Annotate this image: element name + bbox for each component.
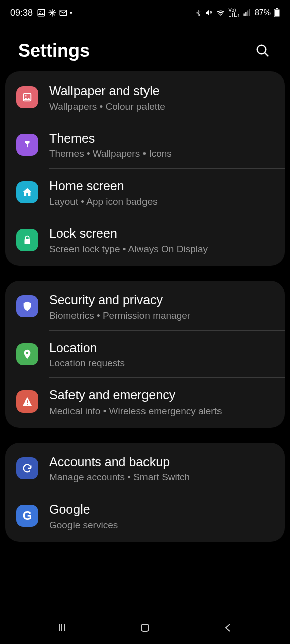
item-title: Themes	[49, 130, 274, 147]
svg-rect-18	[27, 400, 28, 403]
lock-icon	[16, 229, 38, 251]
home-button[interactable]	[130, 618, 160, 638]
svg-rect-8	[249, 9, 250, 16]
item-title: Location	[49, 340, 274, 356]
item-subtitle: Medical info • Wireless emergency alerts	[49, 406, 274, 417]
volte-icon: Vo)LTE↑	[228, 8, 240, 18]
gmail-icon	[59, 8, 68, 17]
item-lock-screen[interactable]: Lock screen Screen lock type • Always On…	[5, 216, 285, 264]
svg-point-1	[40, 11, 41, 12]
search-icon	[255, 43, 270, 58]
svg-point-12	[257, 45, 266, 54]
google-icon: G	[16, 505, 38, 527]
status-left: 09:38 •	[10, 8, 72, 18]
recents-icon	[56, 622, 68, 634]
svg-rect-6	[245, 12, 246, 16]
location-icon	[16, 343, 38, 365]
item-title: Wallpaper and style	[49, 83, 274, 99]
mute-icon	[205, 9, 213, 17]
svg-rect-10	[276, 8, 278, 9]
item-title: Lock screen	[49, 225, 274, 242]
bluetooth-icon	[195, 9, 202, 16]
item-themes[interactable]: Themes Themes • Wallpapers • Icons	[5, 121, 285, 169]
item-subtitle: Screen lock type • Always On Display	[49, 244, 274, 255]
wallpaper-icon	[16, 86, 38, 108]
back-icon	[222, 622, 234, 634]
svg-rect-16	[25, 239, 30, 244]
item-title: Google	[49, 501, 274, 518]
svg-rect-19	[27, 404, 28, 405]
home-icon	[16, 181, 38, 203]
wifi-icon	[216, 8, 225, 17]
item-google[interactable]: G Google Google services	[5, 492, 285, 540]
item-subtitle: Manage accounts • Smart Switch	[49, 472, 274, 483]
image-icon	[37, 8, 46, 17]
item-subtitle: Wallpapers • Colour palette	[49, 101, 274, 112]
signal-icon	[243, 8, 252, 17]
item-safety-emergency[interactable]: Safety and emergency Medical info • Wire…	[5, 378, 285, 426]
back-button[interactable]	[213, 618, 243, 638]
shield-icon	[16, 295, 38, 317]
item-wallpaper-style[interactable]: Wallpaper and style Wallpapers • Colour …	[5, 73, 285, 121]
battery-icon	[274, 8, 280, 17]
header: Settings	[0, 25, 290, 71]
item-title: Safety and emergency	[49, 387, 274, 404]
item-title: Security and privacy	[49, 292, 274, 308]
themes-icon	[16, 134, 38, 156]
svg-rect-5	[243, 14, 244, 16]
emergency-icon	[16, 390, 38, 413]
item-accounts-backup[interactable]: Accounts and backup Manage accounts • Sm…	[5, 445, 285, 493]
dot-icon: •	[70, 9, 72, 17]
item-title: Accounts and backup	[49, 454, 274, 470]
settings-group-display: Wallpaper and style Wallpapers • Colour …	[5, 71, 285, 266]
svg-point-15	[25, 95, 27, 97]
page-title: Settings	[18, 40, 90, 61]
item-home-screen[interactable]: Home screen Layout • App icon badges	[5, 169, 285, 216]
navigation-bar	[0, 612, 290, 644]
status-time: 09:38	[10, 8, 33, 18]
recents-button[interactable]	[47, 618, 77, 638]
status-bar: 09:38 • Vo)LTE↑ 87%	[0, 0, 290, 25]
item-subtitle: Google services	[49, 520, 274, 531]
svg-line-13	[265, 53, 269, 57]
settings-list: Wallpaper and style Wallpapers • Colour …	[0, 71, 290, 542]
snowflake-icon	[48, 8, 57, 17]
svg-rect-11	[275, 10, 279, 16]
item-subtitle: Biometrics • Permission manager	[49, 310, 274, 321]
item-location[interactable]: Location Location requests	[5, 331, 285, 378]
status-right: Vo)LTE↑ 87%	[195, 8, 280, 18]
search-button[interactable]	[254, 42, 272, 60]
svg-rect-23	[141, 624, 149, 631]
sync-icon	[16, 457, 38, 479]
settings-group-security: Security and privacy Biometrics • Permis…	[5, 281, 285, 428]
item-subtitle: Location requests	[49, 358, 274, 369]
svg-rect-7	[247, 11, 248, 16]
item-security-privacy[interactable]: Security and privacy Biometrics • Permis…	[5, 283, 285, 331]
item-subtitle: Layout • App icon badges	[49, 196, 274, 207]
svg-point-17	[26, 352, 29, 354]
battery-percent: 87%	[255, 8, 271, 17]
status-notif-icons: •	[37, 8, 72, 17]
settings-group-accounts: Accounts and backup Manage accounts • Sm…	[5, 443, 285, 542]
home-nav-icon	[139, 622, 151, 634]
item-subtitle: Themes • Wallpapers • Icons	[49, 148, 274, 159]
item-title: Home screen	[49, 178, 274, 194]
